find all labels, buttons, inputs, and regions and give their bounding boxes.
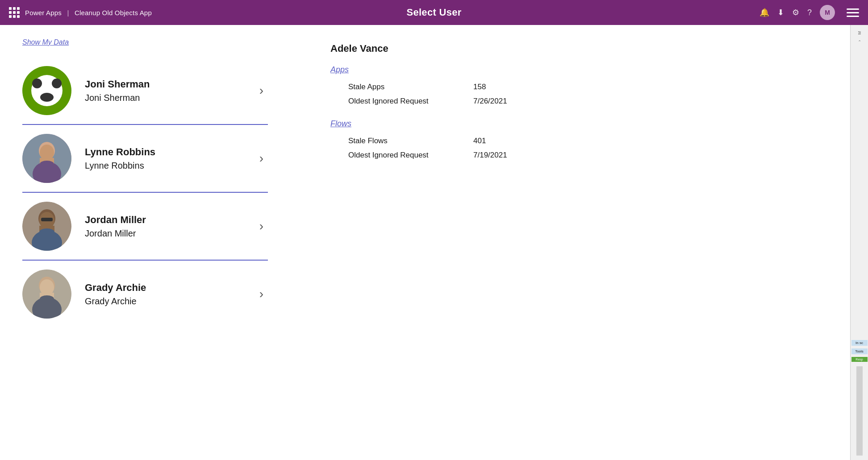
stale-apps-label: Stale Apps (348, 83, 473, 91)
settings-icon[interactable]: ⚙ (792, 8, 799, 17)
sidebar-chevron[interactable]: › (856, 39, 863, 42)
user-subtitle: Joni Sherman (85, 93, 255, 103)
left-panel: Show My Data Joni Sherman Joni Sherman › (0, 25, 304, 460)
user-info-grady: Grady Archie Grady Archie (85, 282, 255, 307)
topbar-right-icons: 🔔 ⬇ ⚙ ? M (760, 5, 859, 20)
user-item[interactable]: Jordan Miller Jordan Miller › (22, 193, 268, 261)
svg-point-5 (40, 161, 54, 168)
browser-right-sidebar: M › In sc Tools Resp (850, 25, 868, 460)
power-apps-label: Power Apps (25, 9, 62, 17)
title-separator: | (67, 9, 69, 17)
flows-section-link[interactable]: Flows (330, 119, 351, 128)
user-subtitle: Grady Archie (85, 296, 255, 307)
help-icon[interactable]: ? (807, 8, 812, 17)
avatar-lynne (22, 134, 71, 183)
stale-apps-row: Stale Apps 158 (348, 83, 823, 91)
user-info-lynne: Lynne Robbins Lynne Robbins (85, 146, 255, 171)
lynne-avatar-svg (22, 134, 71, 183)
user-name: Jordan Miller (85, 214, 255, 227)
user-subtitle: Lynne Robbins (85, 161, 255, 171)
user-info-jordan: Jordan Miller Jordan Miller (85, 214, 255, 239)
chevron-right-icon: › (259, 151, 263, 166)
chevron-right-icon: › (259, 287, 263, 301)
apps-grid-icon[interactable] (9, 7, 20, 18)
app-name-label: Cleanup Old Objects App (75, 9, 152, 17)
user-name: Grady Archie (85, 282, 255, 294)
flows-oldest-request-row: Oldest Ignored Request 7/19/2021 (348, 151, 823, 160)
user-subtitle: Jordan Miller (85, 228, 255, 239)
sidebar-tools-btn[interactable]: Tools (851, 348, 868, 354)
sidebar-insc-btn[interactable]: In sc (851, 340, 868, 346)
stale-apps-value: 158 (473, 83, 486, 91)
notification-icon[interactable]: 🔔 (760, 8, 769, 17)
apps-oldest-request-row: Oldest Ignored Request 7/26/2021 (348, 97, 823, 106)
download-icon[interactable]: ⬇ (777, 8, 784, 17)
sidebar-resp-btn[interactable]: Resp (851, 357, 868, 362)
panda-face (31, 75, 63, 106)
panda-nose (40, 93, 54, 102)
chevron-right-icon: › (259, 83, 263, 98)
hamburger-menu[interactable] (847, 8, 859, 17)
user-item[interactable]: Joni Sherman Joni Sherman › (22, 57, 268, 125)
stale-flows-label: Stale Flows (348, 137, 473, 145)
apps-section-link[interactable]: Apps (330, 65, 349, 75)
jordan-avatar-svg (22, 202, 71, 251)
page-title: Select User (406, 7, 461, 18)
user-item[interactable]: Grady Archie Grady Archie › (22, 261, 268, 327)
avatar-grady (22, 269, 71, 319)
user-name: Joni Sherman (85, 78, 255, 91)
avatar-joni (22, 66, 71, 115)
stale-flows-row: Stale Flows 401 (348, 137, 823, 145)
flows-oldest-value: 7/19/2021 (473, 151, 507, 160)
apps-oldest-value: 7/26/2021 (473, 97, 507, 106)
sidebar-label-m: M (855, 29, 864, 37)
user-name: Lynne Robbins (85, 146, 255, 159)
user-info-joni: Joni Sherman Joni Sherman (85, 78, 255, 103)
flows-section-data: Stale Flows 401 Oldest Ignored Request 7… (348, 137, 823, 160)
right-scrollbar[interactable] (856, 366, 863, 456)
right-panel: Adele Vance Apps Stale Apps 158 Oldest I… (304, 25, 850, 460)
chevron-right-icon: › (259, 219, 263, 233)
svg-rect-12 (41, 218, 53, 221)
app-title-text: Power Apps | Cleanup Old Objects App (25, 9, 152, 17)
apps-section-data: Stale Apps 158 Oldest Ignored Request 7/… (348, 83, 823, 106)
user-avatar[interactable]: M (820, 5, 835, 20)
selected-user-name: Adele Vance (330, 43, 823, 54)
main-content: Show My Data Joni Sherman Joni Sherman › (0, 25, 868, 460)
topbar: Power Apps | Cleanup Old Objects App Sel… (0, 0, 868, 25)
grady-avatar-svg (22, 269, 71, 319)
avatar-jordan (22, 202, 71, 251)
apps-oldest-label: Oldest Ignored Request (348, 97, 473, 106)
user-item[interactable]: Lynne Robbins Lynne Robbins › (22, 125, 268, 193)
show-my-data-link[interactable]: Show My Data (22, 38, 69, 46)
stale-flows-value: 401 (473, 137, 486, 145)
user-list-container: Joni Sherman Joni Sherman › (22, 57, 281, 452)
flows-oldest-label: Oldest Ignored Request (348, 151, 473, 160)
user-list: Joni Sherman Joni Sherman › (22, 57, 281, 452)
